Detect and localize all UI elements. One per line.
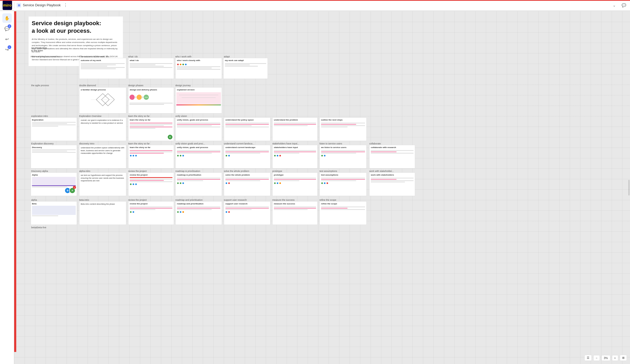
card-understand-policy[interactable]: understand the policy space <box>224 117 270 141</box>
card-title: understand current landscape <box>224 145 270 149</box>
card-stakeholders-input[interactable]: stakeholders have input <box>272 145 315 169</box>
card-exploration-overall[interactable]: overall, our goal in exploration is to e… <box>79 117 126 141</box>
canvas[interactable]: Service design playbook:a look at our pr… <box>14 11 315 182</box>
board-icon: ▦ <box>17 3 21 8</box>
topbar: miro ▦ Service Design Playbook ⋮ ⌄ 💬 <box>0 0 315 10</box>
col-label-adapt: adapt <box>224 55 230 58</box>
col-label-outcome: The outcome of the work of... <box>79 55 110 58</box>
card-title: outcome of my work <box>79 58 126 62</box>
red-accent-bar <box>0 0 315 1</box>
hand-tool-button[interactable]: ✋ <box>2 13 12 23</box>
comment-tool-button[interactable]: 💬 3 <box>2 24 12 33</box>
card-who-closely[interactable]: who I work closely with <box>175 58 222 79</box>
card-title: learn the story so far <box>128 145 174 149</box>
card-title: understand the problem <box>273 118 315 122</box>
card-title: understand the policy space <box>224 118 270 122</box>
card-body <box>128 62 174 69</box>
card-body <box>224 149 270 157</box>
card-learn-story[interactable]: learn the story so far C <box>128 117 174 141</box>
col-label-unify-vision2: unify vision goals and proc... <box>175 142 205 145</box>
svg-marker-0 <box>96 94 109 106</box>
col-label-review-project: review the project <box>128 170 147 172</box>
col-label-alpha-intro: alpha-intro <box>79 170 90 172</box>
svg-marker-1 <box>101 94 115 106</box>
card-understand-problem[interactable]: understand the problem <box>272 117 315 141</box>
col-label-solve-problem: solve the whole problem <box>224 170 249 172</box>
card-prototype[interactable]: prototype <box>272 172 315 182</box>
card-title: unify vision, goals and process <box>176 118 222 122</box>
board-title[interactable]: Service Design Playbook <box>23 3 61 7</box>
col-label-design-journey: design journey <box>175 84 191 87</box>
c-avatar-badge: C <box>168 135 172 139</box>
card-design-phases[interactable]: design and delivery phases Live <box>128 87 174 113</box>
card-review-project[interactable]: review the project <box>128 172 174 182</box>
redo-badge: 1 <box>8 45 11 49</box>
card-title: stakeholders have input <box>273 145 315 149</box>
card-title: prototype <box>273 173 315 177</box>
row-label-discovery-alpha: Discovery alpha <box>31 170 48 172</box>
miro-logo[interactable]: miro <box>3 1 12 10</box>
card-body <box>176 177 222 182</box>
card-title: my work can adapt <box>224 58 268 62</box>
undo-button[interactable]: ↩ <box>2 34 12 44</box>
card-exploration-intro-thumb[interactable]: Exploration <box>31 117 77 141</box>
exploration-overall-content: overall, our goal in exploration is to e… <box>79 118 126 126</box>
card-discovery-overall[interactable]: understand the problem space collaborati… <box>79 145 126 169</box>
discovery-overall-content: understand the problem space collaborati… <box>79 145 126 156</box>
card-title: roadmap & prioritisation <box>176 173 222 177</box>
row-label-agile: the agile process <box>31 84 49 87</box>
card-double-diamond[interactable]: a familiar design process <box>79 87 126 113</box>
card-body <box>128 177 174 182</box>
card-body <box>224 62 268 68</box>
card-body <box>224 177 270 182</box>
journey-visual <box>176 91 222 107</box>
col-label-exploration-overview: Exploration Overview <box>79 115 101 117</box>
col-label-learn-story: learn the story so far <box>128 115 150 117</box>
card-title: review the project <box>128 173 174 177</box>
col-label-prototype: prototype <box>272 170 282 172</box>
card-solve-problem[interactable]: solve the whole problem <box>224 172 270 182</box>
card-title: explained version <box>176 88 222 91</box>
card-body <box>176 62 222 71</box>
card-unify-vision[interactable]: unify vision, goals and process <box>175 117 222 141</box>
card-body <box>176 122 222 128</box>
card-outcome-my-work[interactable]: outcome of my work <box>79 58 126 79</box>
card-title: design and delivery phases <box>128 88 174 91</box>
discovery-overall-text: understand the problem space collaborati… <box>81 146 125 155</box>
card-adapt[interactable]: my work can adapt <box>223 58 268 79</box>
diamond-visual <box>79 91 126 107</box>
card-body <box>128 149 174 157</box>
discovery-thumb-content: Discovery <box>31 145 77 154</box>
card-body <box>273 122 315 127</box>
card-learn-story-2[interactable]: learn the story so far <box>128 145 174 169</box>
col-label-learn-story2: learn the story so far <box>128 142 150 145</box>
card-unify-vision-2[interactable]: unify vision, goals and process <box>175 145 222 169</box>
row-label-exploration-intro: exploration intro <box>31 115 48 117</box>
left-sidebar: ✋ 💬 3 ↩ ↪ 1 <box>0 11 14 182</box>
card-body <box>176 149 222 157</box>
card-body <box>224 122 270 128</box>
card-title: who I work closely with <box>176 58 222 62</box>
comment-badge: 3 <box>8 24 11 28</box>
card-alpha-overall[interactable]: we test our hypotheses and support the p… <box>79 172 126 182</box>
row-label-exploration-discovery: Exploration discovery <box>31 142 54 145</box>
col-label-what-i-do: what I do <box>128 55 138 58</box>
col-label-roadmap: roadmap & prioritisation <box>175 170 200 172</box>
card-alpha-thumb[interactable]: Alpha B A 1 <box>31 172 77 182</box>
card-title: solve the whole problem <box>224 173 270 177</box>
card-discovery-thumb[interactable]: Discovery <box>31 145 77 169</box>
card-body <box>79 62 126 70</box>
left-accent-stripe <box>14 11 16 182</box>
card-what-i-do[interactable]: what I do <box>128 58 174 79</box>
card-body <box>273 177 315 182</box>
card-understand-landscape[interactable]: understand current landscape <box>224 145 270 169</box>
card-body <box>273 149 315 157</box>
redo-button[interactable]: ↪ 1 <box>2 45 12 54</box>
topbar-divider <box>14 2 14 8</box>
col-label-design-phases: design phases <box>128 84 143 87</box>
card-design-journey[interactable]: explained version <box>175 87 222 113</box>
topbar-menu-button[interactable]: ⋮ <box>62 2 69 8</box>
col-label-who-work: who I work with <box>175 55 192 58</box>
col-label-discovery-intro: discovery intro <box>79 142 94 145</box>
card-roadmap[interactable]: roadmap & prioritisation <box>175 172 222 182</box>
